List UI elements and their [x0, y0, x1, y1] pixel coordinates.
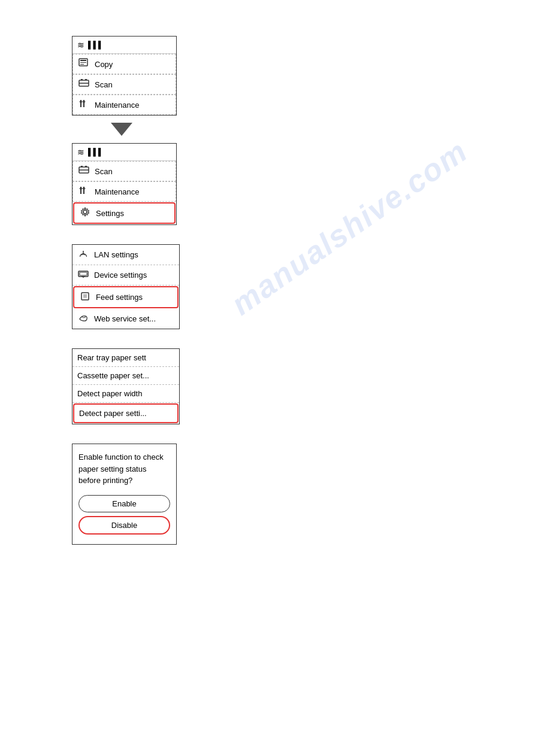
svg-rect-24 — [80, 272, 87, 275]
settings-item-lan[interactable]: LAN settings — [72, 245, 179, 265]
cassette-label: Cassette paper set... — [77, 371, 149, 380]
panel3-settings: LAN settings Device settings Feed settin… — [72, 244, 180, 329]
disable-button[interactable]: Disable — [78, 516, 170, 535]
panel1-header: ≋ ▌▌▌ — [72, 37, 176, 54]
arrow-down — [111, 123, 132, 136]
enable-button[interactable]: Enable — [78, 495, 170, 512]
svg-rect-14 — [81, 166, 83, 167]
paper-item-rear[interactable]: Rear tray paper sett — [72, 349, 179, 367]
confirm-question: Enable function to check paper setting s… — [78, 451, 170, 487]
detect-setti-label: Detect paper setti... — [79, 409, 147, 418]
svg-rect-3 — [80, 64, 84, 65]
svg-rect-6 — [81, 79, 83, 80]
panel2-signal-bars: ▌▌▌ — [88, 148, 104, 156]
settings-item-device[interactable]: Device settings — [72, 265, 179, 286]
device-label: Device settings — [94, 271, 147, 280]
settings-label: Settings — [96, 209, 124, 218]
scan2-icon — [78, 165, 90, 177]
maintenance2-label: Maintenance — [95, 187, 139, 196]
svg-rect-1 — [80, 60, 86, 61]
web-icon — [77, 313, 89, 324]
feed-label: Feed settings — [96, 293, 143, 302]
svg-rect-27 — [81, 293, 89, 300]
lan-label: LAN settings — [94, 250, 138, 259]
scan-label: Scan — [95, 80, 113, 89]
device-icon — [77, 269, 89, 281]
panel5-confirm: Enable function to check paper setting s… — [72, 444, 177, 545]
svg-rect-15 — [85, 166, 87, 167]
wifi-icon: ≋ — [77, 40, 84, 50]
maintenance2-icon — [78, 186, 90, 198]
svg-rect-2 — [80, 62, 86, 63]
menu-item-maintenance2[interactable]: Maintenance — [72, 181, 176, 202]
svg-point-20 — [83, 210, 87, 214]
rear-label: Rear tray paper sett — [77, 353, 146, 362]
copy-label: Copy — [95, 60, 113, 69]
web-label: Web service set... — [94, 314, 156, 323]
page-container: ≋ ▌▌▌ Copy Scan Maintenance ≋ ▌▌▌ — [0, 0, 535, 581]
menu-item-maintenance[interactable]: Maintenance — [72, 95, 176, 115]
signal-bars: ▌▌▌ — [88, 41, 104, 49]
menu-item-scan2[interactable]: Scan — [72, 161, 176, 181]
panel2-wifi-icon: ≋ — [77, 147, 84, 157]
lan-icon — [77, 249, 89, 260]
paper-item-detect-setti[interactable]: Detect paper setti... — [73, 403, 179, 423]
scan-icon — [78, 78, 90, 90]
panel2-header: ≋ ▌▌▌ — [72, 144, 176, 161]
panel1-menu: ≋ ▌▌▌ Copy Scan Maintenance — [72, 36, 177, 116]
maintenance-icon — [78, 99, 90, 111]
paper-item-cassette[interactable]: Cassette paper set... — [72, 367, 179, 385]
menu-item-settings[interactable]: Settings — [73, 202, 176, 224]
menu-item-copy[interactable]: Copy — [72, 54, 176, 74]
maintenance-label: Maintenance — [95, 101, 139, 110]
panel4-paper: Rear tray paper sett Cassette paper set.… — [72, 348, 180, 424]
detect-width-label: Detect paper width — [77, 389, 142, 398]
copy-icon — [78, 58, 90, 70]
settings-icon — [79, 207, 91, 219]
feed-icon — [79, 292, 91, 303]
scan2-label: Scan — [95, 167, 113, 176]
menu-item-scan[interactable]: Scan — [72, 74, 176, 95]
panel2-menu: ≋ ▌▌▌ Scan Maintenance Settings — [72, 143, 177, 225]
settings-item-feed[interactable]: Feed settings — [73, 286, 179, 308]
settings-item-web[interactable]: Web service set... — [72, 309, 179, 329]
paper-item-detect-width[interactable]: Detect paper width — [72, 385, 179, 403]
svg-rect-7 — [85, 79, 87, 80]
